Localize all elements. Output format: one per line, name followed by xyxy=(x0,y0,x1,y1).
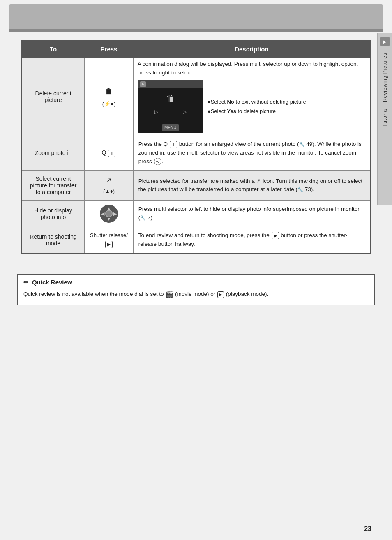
ms-right-arrow: ▶ xyxy=(113,211,117,217)
table-row: Hide or display photo info ▲ ▼ ◀ ▶ Press… xyxy=(22,201,370,227)
to-label-transfer: Select current picture for transfer to a… xyxy=(30,175,77,195)
transfer-symbol-top: ↗ xyxy=(90,175,128,187)
flash-symbol: (⚡●) xyxy=(90,99,128,108)
col-header-desc: Description xyxy=(133,41,370,58)
t-icon: T xyxy=(170,141,177,148)
press-cell-zoom: Q T xyxy=(85,136,134,171)
transfer-mark-icon: ↗ xyxy=(256,178,261,184)
to-cell-delete: Delete current picture xyxy=(22,58,85,136)
to-label-zoom: Zoom photo in xyxy=(35,150,72,156)
main-content: To Press Description Delete current pict… xyxy=(17,32,375,258)
dialog-arrows: ▷ ▷ xyxy=(138,108,203,116)
quick-review-box: ✏ Quick Review Quick review is not avail… xyxy=(17,274,375,305)
table-row: Select current picture for transfer to a… xyxy=(22,170,370,200)
review-table: To Press Description Delete current pict… xyxy=(21,40,371,254)
desc-cell-hide: Press multi selector to left to hide or … xyxy=(133,201,370,227)
w-icon: w xyxy=(154,158,161,165)
press-cell-transfer: ↗ (▲♦) xyxy=(85,170,134,200)
table-row: Return to shooting mode Shutter release/… xyxy=(22,227,370,253)
playback-mode-icon: ▶ xyxy=(217,291,224,298)
press-cell-return: Shutter release/ ▶ xyxy=(85,227,134,253)
quick-review-title: ✏ Quick Review xyxy=(23,279,369,286)
top-bar xyxy=(9,4,383,29)
ms-left-arrow: ◀ xyxy=(101,211,104,217)
to-cell-return: Return to shooting mode xyxy=(22,227,85,253)
col-header-to: To xyxy=(22,41,85,58)
dialog-play-icon: ▶ xyxy=(140,81,146,87)
desc-cell-return: To end review and return to shooting mod… xyxy=(133,227,370,253)
to-cell-zoom: Zoom photo in xyxy=(22,136,85,171)
playback-icon-shutter: ▶ xyxy=(105,241,113,248)
dialog-arrow-left: ▷ xyxy=(154,108,158,116)
trash-symbol: 🗑 xyxy=(90,85,128,98)
desc-cell-zoom: Press the Q T button for an enlarged vie… xyxy=(133,136,370,171)
hide-desc: Press multi selector to left to hide or … xyxy=(138,206,360,221)
col-header-press: Press xyxy=(85,41,134,58)
pencil-icon: ✏ xyxy=(23,279,29,286)
quick-review-heading: Quick Review xyxy=(32,279,72,286)
delete-dialog-mock: ▶ 🗑 ▷ ▷ MENU xyxy=(138,80,203,133)
table-row: Zoom photo in Q T Press the Q T button f… xyxy=(22,136,370,171)
delete-desc-main: A confirmation dialog will be displayed.… xyxy=(138,60,366,77)
return-desc: To end review and return to shooting mod… xyxy=(138,232,348,247)
table-row: Delete current picture 🗑 (⚡●) A confirma… xyxy=(22,58,370,136)
playback-icon-inline: ▶ xyxy=(272,232,279,239)
ms-down-arrow: ▼ xyxy=(107,217,111,222)
zoom-desc: Press the Q T button for an enlarged vie… xyxy=(138,141,362,164)
dialog-menu-bar: MENU xyxy=(162,124,179,132)
sidebar-icon: ▶ xyxy=(380,37,390,46)
press-cell-delete: 🗑 (⚡●) xyxy=(85,58,134,136)
transfer-symbol-bottom: (▲♦) xyxy=(90,187,128,196)
delete-options: ●Select No to exit without deleting pict… xyxy=(208,80,306,133)
ref-icon-73: 🔧 xyxy=(297,187,303,192)
sidebar-label: Tutorial—Reviewing Pictures xyxy=(382,53,388,127)
desc-cell-transfer: Pictures selected for transfer are marke… xyxy=(133,170,370,200)
page-number: 23 xyxy=(364,525,371,533)
desc-cell-delete: A confirmation dialog will be displayed.… xyxy=(133,58,370,136)
multi-selector-icon: ▲ ▼ ◀ ▶ xyxy=(100,205,118,223)
quick-review-body: Quick review is not available when the m… xyxy=(23,291,268,297)
sidebar-tab: ▶ Tutorial—Reviewing Pictures xyxy=(377,33,392,205)
delete-option-no: ●Select No to exit without deleting pict… xyxy=(208,98,306,106)
delete-option-yes: ●Select Yes to delete picture xyxy=(208,107,306,115)
ref-icon-49: 🔧 xyxy=(299,142,305,147)
zoom-t-symbol: T xyxy=(108,150,115,157)
to-label-delete: Delete current picture xyxy=(35,90,71,103)
dialog-arrow-right: ▷ xyxy=(183,108,187,116)
top-bar-line xyxy=(9,29,383,32)
transfer-desc: Pictures selected for transfer are marke… xyxy=(138,178,362,193)
shutter-label: Shutter release/ xyxy=(90,232,128,238)
ms-up-arrow: ▲ xyxy=(107,206,111,211)
to-cell-hide: Hide or display photo info xyxy=(22,201,85,227)
ref-icon-7: 🔧 xyxy=(140,215,146,220)
to-label-hide: Hide or display photo info xyxy=(34,207,72,220)
zoom-q-symbol: Q xyxy=(102,149,108,156)
quick-review-text: Quick review is not available when the m… xyxy=(23,289,369,300)
dialog-trash-icon: 🗑 xyxy=(138,92,203,106)
to-cell-transfer: Select current picture for transfer to a… xyxy=(22,170,85,200)
press-cell-hide: ▲ ▼ ◀ ▶ xyxy=(85,201,134,227)
to-label-return: Return to shooting mode xyxy=(30,233,76,247)
movie-mode-icon: 🎬 xyxy=(165,291,173,298)
